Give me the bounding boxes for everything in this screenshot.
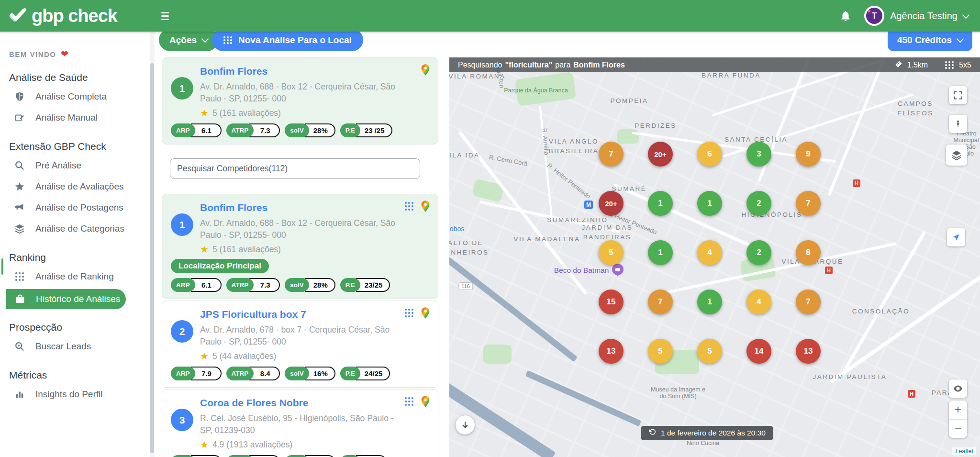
- notifications-bell-icon[interactable]: [839, 10, 852, 22]
- map-poi-label: Beco do Batman: [554, 266, 609, 275]
- rank-marker-r5c4[interactable]: 14: [746, 339, 771, 364]
- rank-marker-r5c2[interactable]: 5: [648, 339, 673, 364]
- sidebar-item-an-lise-de-avalia-es[interactable]: Análise de Avaliações: [0, 176, 150, 197]
- insights-icon: [14, 389, 25, 400]
- actions-button[interactable]: Ações: [159, 29, 218, 51]
- sidebar-section-title: Prospecção: [9, 322, 150, 333]
- rank-marker-r3c2[interactable]: 1: [648, 240, 673, 265]
- new-analysis-button[interactable]: Nova Análise Para o Local: [212, 29, 363, 51]
- rank-marker-r4c5[interactable]: 7: [796, 290, 821, 314]
- rank-marker-r4c3[interactable]: 1: [697, 290, 722, 314]
- camera-poi-icon: [612, 264, 624, 275]
- hospital-icon: H: [853, 179, 860, 187]
- sidebar-item-an-lise-completa[interactable]: Análise Completa: [0, 86, 150, 107]
- map-pin-icon[interactable]: [421, 64, 430, 78]
- rank-marker-r3c4[interactable]: 2: [746, 240, 771, 265]
- metric-badge-arp: ARP8.2: [171, 455, 222, 457]
- sidebar-item-label: Buscar Leads: [35, 341, 91, 352]
- competitor-card[interactable]: 2 JPS Floricultura box 7 Av. Dr. Arnaldo…: [162, 301, 438, 388]
- map-pin-icon[interactable]: [421, 200, 430, 214]
- map-pin-icon[interactable]: [421, 307, 430, 321]
- map-pin-icon[interactable]: [421, 395, 430, 410]
- rank-marker-r5c1[interactable]: 13: [599, 339, 624, 364]
- visibility-button[interactable]: [949, 379, 967, 398]
- business-name-link[interactable]: Bonfim Flores: [200, 202, 401, 213]
- metric-value: 23 /25: [356, 123, 392, 137]
- competitor-card[interactable]: 1 Bonfim Flores Av. Dr. Arnaldo, 688 - B…: [162, 194, 438, 299]
- megaphone-icon: [14, 202, 25, 213]
- sidebar-item-an-lise-manual[interactable]: Análise Manual: [0, 107, 150, 128]
- metric-value: 16%: [305, 367, 335, 380]
- pegman-button[interactable]: [949, 115, 967, 133]
- app-header: gbp check T Agência Testing: [0, 0, 980, 32]
- menu-toggle-button[interactable]: [161, 12, 169, 20]
- star-icon: ★: [200, 107, 209, 119]
- rank-marker-r3c3[interactable]: 4: [697, 240, 722, 265]
- sidebar-section-title: Análise de Saúde: [9, 72, 150, 83]
- business-name-link[interactable]: Bonfim Flores: [200, 66, 401, 77]
- account-menu[interactable]: T Agência Testing: [864, 6, 969, 26]
- rank-marker-r2c4[interactable]: 2: [746, 191, 771, 216]
- rank-marker-r5c5[interactable]: 13: [796, 339, 821, 364]
- map-area-label: VILA ANGLO BRASILEIRA: [549, 137, 599, 156]
- business-name-link[interactable]: JPS Floricultura box 7: [200, 309, 401, 320]
- rank-marker-r3c1[interactable]: 5: [599, 240, 624, 265]
- rank-marker-r2c3[interactable]: 1: [697, 191, 722, 216]
- rank-marker-r2c2[interactable]: 1: [648, 191, 673, 216]
- rank-marker-r2c5[interactable]: 7: [796, 191, 821, 216]
- rank-marker-r1c1[interactable]: 7: [599, 142, 624, 167]
- sidebar: BEM VINDO ❤ Análise de Saúde Análise Com…: [0, 32, 150, 457]
- apps-grid-icon[interactable]: [404, 308, 414, 320]
- rank-marker-r1c2[interactable]: 20+: [648, 142, 673, 167]
- sidebar-item-insights-do-perfil[interactable]: Insights do Perfil: [0, 384, 150, 405]
- competitor-search-input[interactable]: [170, 158, 420, 179]
- map-area-label: VILA MADALENA: [513, 234, 580, 244]
- edit-icon: [14, 112, 25, 123]
- competitor-card[interactable]: 1 Bonfim Flores Av. Dr. Arnaldo, 688 - B…: [162, 57, 438, 145]
- apps-grid-icon[interactable]: [404, 397, 414, 408]
- layers-icon: [14, 223, 25, 234]
- rank-badge: 1: [171, 77, 193, 100]
- apps-grid-icon[interactable]: [404, 201, 414, 213]
- rank-marker-r3c5[interactable]: 8: [796, 240, 821, 265]
- zoom-in-button[interactable]: +: [949, 401, 967, 420]
- sidebar-item-an-lise-de-ranking[interactable]: Análise de Ranking: [0, 266, 150, 287]
- scroll-down-button[interactable]: [456, 415, 475, 435]
- rank-marker-r4c4[interactable]: 4: [746, 290, 771, 314]
- ranking-map[interactable]: VILA ROMANAPOMPEIABARRA FUNDACAMPOS ELÍS…: [449, 57, 980, 457]
- rank-marker-r1c5[interactable]: 9: [796, 142, 821, 167]
- metric-value: 23/25: [356, 278, 390, 292]
- map-park: [617, 129, 639, 144]
- sidebar-item-an-lise-de-postagens[interactable]: Análise de Postagens: [0, 197, 150, 218]
- metric-value: 9/25: [356, 455, 387, 457]
- logo-text: gbp check: [32, 6, 117, 26]
- sidebar-item-label: Análise de Categorias: [35, 223, 124, 234]
- sidebar-item-pr-an-lise[interactable]: Pré Análise: [0, 155, 150, 176]
- sidebar-item-hist-rico-de-an-lises[interactable]: Histórico de Análises: [6, 289, 126, 309]
- radius-value: 1.5km: [907, 61, 928, 69]
- sidebar-section: Métricas Insights do Perfil: [0, 369, 150, 405]
- rank-marker-r4c2[interactable]: 7: [648, 290, 673, 314]
- business-rating: ★ 4.9 (1913 avaliações): [200, 439, 401, 450]
- sidebar-item-buscar-leads[interactable]: Buscar Leads: [0, 336, 150, 357]
- fullscreen-button[interactable]: [949, 86, 967, 104]
- locate-button[interactable]: [947, 228, 965, 246]
- metric-label: ARP: [171, 123, 195, 137]
- rank-marker-r1c4[interactable]: 3: [746, 142, 771, 167]
- zoom-out-button[interactable]: −: [949, 420, 967, 438]
- competitor-card[interactable]: 3 Coroa de Flores Nobre R. Cel. José Eus…: [162, 389, 438, 457]
- credits-button[interactable]: 450 Créditos: [888, 29, 972, 51]
- rank-marker-r5c3[interactable]: 5: [697, 339, 722, 364]
- star-icon: ★: [200, 244, 209, 255]
- sidebar-scrollbar[interactable]: [150, 32, 155, 457]
- rank-marker-r1c3[interactable]: 6: [697, 142, 722, 167]
- leaflet-link[interactable]: Leaflet: [955, 448, 973, 455]
- sidebar-item-an-lise-de-categorias[interactable]: Análise de Categorias: [0, 218, 150, 239]
- scrollbar-thumb[interactable]: [150, 63, 154, 453]
- layers-button[interactable]: [946, 145, 967, 166]
- rank-marker-r4c1[interactable]: 15: [599, 290, 624, 314]
- chevron-down-icon: [962, 11, 970, 19]
- metric-value: 28%: [305, 123, 335, 137]
- rank-marker-r2c1[interactable]: 20+: [599, 191, 624, 216]
- business-name-link[interactable]: Coroa de Flores Nobre: [200, 397, 401, 409]
